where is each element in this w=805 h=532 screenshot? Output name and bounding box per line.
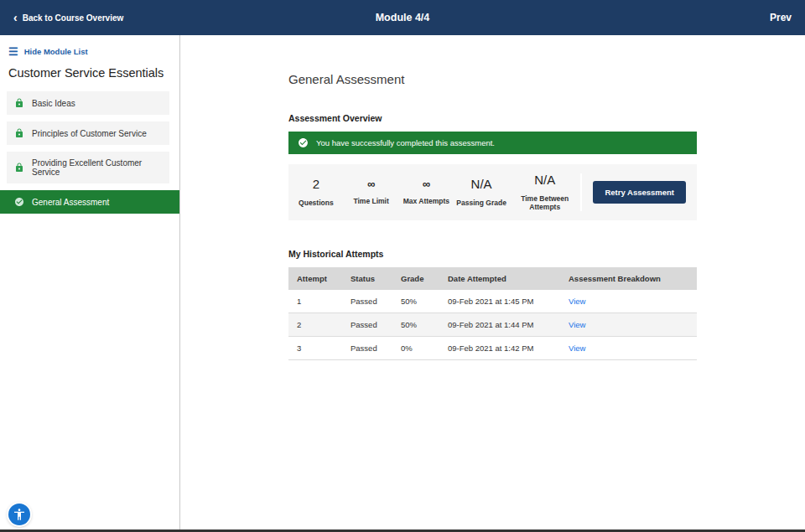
cell-attempt: 3	[288, 336, 342, 359]
column-header-grade: Grade	[392, 267, 439, 290]
cell-attempt: 1	[288, 290, 342, 313]
header-row: Attempt Status Grade Date Attempted Asse…	[288, 267, 697, 290]
module-list-sidebar: ☰ Hide Module List Customer Service Esse…	[0, 35, 180, 532]
table-row: 1 Passed 50% 09-Feb 2021 at 1:45 PM View	[288, 290, 697, 313]
stat-time-between-attempts: N/A Time Between Attempts	[509, 173, 580, 211]
cell-date-attempted: 09-Feb 2021 at 1:42 PM	[439, 336, 560, 359]
module-item-label: General Assessment	[32, 198, 109, 207]
assessment-overview-heading: Assessment Overview	[288, 113, 697, 123]
stat-value: 2	[288, 178, 344, 192]
success-message: You have successfully completed this ass…	[316, 138, 495, 147]
module-item-label: Basic Ideas	[32, 99, 75, 108]
module-item-label: Principles of Customer Service	[32, 129, 147, 138]
stat-max-attempts: ∞ Max Attempts	[399, 173, 454, 211]
module-item-principles-of-customer-service[interactable]: Principles of Customer Service	[7, 121, 169, 145]
view-breakdown-link[interactable]: View	[569, 297, 585, 306]
lock-icon	[14, 128, 24, 138]
cell-breakdown: View	[560, 336, 697, 359]
table-row: 3 Passed 0% 09-Feb 2021 at 1:42 PM View	[288, 336, 697, 359]
lock-icon	[14, 163, 24, 173]
cell-date-attempted: 09-Feb 2021 at 1:44 PM	[439, 312, 560, 336]
cell-grade: 0%	[392, 336, 439, 359]
hamburger-icon: ☰	[8, 48, 18, 55]
historical-attempts-section: My Historical Attempts Attempt Status Gr…	[288, 249, 697, 360]
check-circle-icon	[298, 137, 309, 148]
prev-button[interactable]: Prev	[770, 12, 792, 23]
stat-label: Passing Grade	[454, 199, 509, 207]
stat-value: N/A	[509, 173, 580, 188]
hide-module-list-label: Hide Module List	[24, 47, 88, 56]
module-item-providing-excellent-customer-service[interactable]: Providing Excellent Customer Service	[7, 152, 169, 183]
accessibility-icon	[13, 508, 26, 521]
view-breakdown-link[interactable]: View	[569, 343, 585, 353]
stat-label: Time Between Attempts	[509, 194, 580, 211]
accessibility-button[interactable]	[8, 504, 30, 525]
retry-assessment-button[interactable]: Retry Assessment	[593, 181, 686, 204]
check-circle-icon	[14, 197, 24, 207]
attempts-table-header: Attempt Status Grade Date Attempted Asse…	[288, 267, 697, 290]
attempts-table-body: 1 Passed 50% 09-Feb 2021 at 1:45 PM View…	[288, 290, 697, 360]
cell-status: Passed	[342, 336, 392, 359]
stat-label: Questions	[288, 199, 344, 207]
back-button-label: Back to Course Overview	[23, 13, 124, 23]
column-header-date-attempted: Date Attempted	[439, 267, 560, 290]
cell-breakdown: View	[560, 290, 697, 313]
module-item-basic-ideas[interactable]: Basic Ideas	[7, 91, 169, 115]
infinity-icon: ∞	[344, 178, 399, 190]
page-body: ☰ Hide Module List Customer Service Esse…	[0, 35, 805, 532]
module-item-general-assessment[interactable]: General Assessment	[0, 190, 179, 214]
stat-questions: 2 Questions	[288, 173, 344, 211]
stat-label: Time Limit	[344, 197, 399, 205]
hide-module-list-button[interactable]: ☰ Hide Module List	[0, 45, 96, 66]
back-to-course-overview-button[interactable]: ‹ Back to Course Overview	[13, 13, 123, 23]
stat-passing-grade: N/A Passing Grade	[454, 173, 509, 211]
cell-date-attempted: 09-Feb 2021 at 1:45 PM	[439, 290, 560, 313]
column-header-attempt: Attempt	[288, 267, 342, 290]
page-title: General Assessment	[288, 72, 697, 86]
cell-grade: 50%	[392, 290, 439, 313]
stat-label: Max Attempts	[399, 197, 454, 205]
column-header-assessment-breakdown: Assessment Breakdown	[560, 267, 697, 290]
cell-grade: 50%	[392, 312, 439, 336]
success-banner: You have successfully completed this ass…	[288, 132, 697, 154]
assessment-stats-bar: 2 Questions ∞ Time Limit ∞ Max Attempts …	[288, 164, 697, 220]
column-header-status: Status	[342, 267, 392, 290]
main-content: General Assessment Assessment Overview Y…	[180, 35, 805, 532]
stat-value: N/A	[454, 178, 509, 192]
infinity-icon: ∞	[399, 178, 454, 190]
module-item-label: Providing Excellent Customer Service	[32, 158, 162, 177]
lock-icon	[14, 98, 24, 108]
table-row: 2 Passed 50% 09-Feb 2021 at 1:44 PM View	[288, 312, 697, 336]
attempts-table: Attempt Status Grade Date Attempted Asse…	[288, 267, 697, 360]
cell-status: Passed	[342, 312, 392, 336]
view-breakdown-link[interactable]: View	[569, 320, 585, 329]
cell-breakdown: View	[560, 312, 697, 336]
chevron-left-icon: ‹	[13, 13, 18, 22]
module-list: Basic Ideas Principles of Customer Servi…	[0, 91, 179, 214]
stat-time-limit: ∞ Time Limit	[344, 173, 399, 211]
historical-attempts-heading: My Historical Attempts	[288, 249, 697, 259]
course-title: Customer Service Essentials	[0, 66, 179, 91]
retry-button-container: Retry Assessment	[580, 173, 697, 211]
assessment-page: General Assessment Assessment Overview Y…	[288, 72, 697, 360]
top-navigation-bar: ‹ Back to Course Overview Module 4/4 Pre…	[0, 0, 805, 35]
cell-attempt: 2	[288, 312, 342, 336]
assessment-overview-section: Assessment Overview You have successfull…	[288, 113, 697, 220]
cell-status: Passed	[342, 290, 392, 313]
